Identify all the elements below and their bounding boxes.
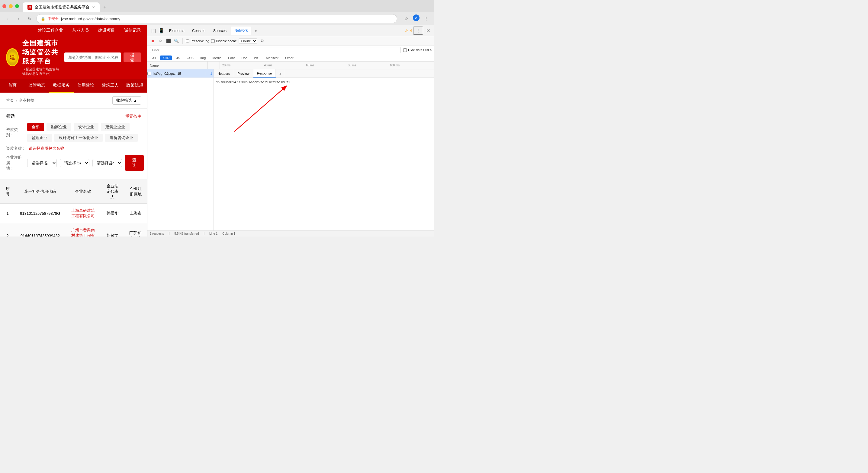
nav-item-home[interactable]: 首页: [0, 79, 25, 93]
detail-tab-preview[interactable]: Preview: [234, 69, 253, 77]
top-nav-item-personnel[interactable]: 从业人员: [72, 28, 89, 33]
filter-type-xhr[interactable]: XHR: [160, 56, 172, 60]
close-traffic-light[interactable]: [2, 4, 6, 8]
devtools-settings-btn[interactable]: ⋮: [413, 27, 423, 35]
filter-type-all[interactable]: All: [150, 56, 158, 60]
timeline-100ms: 100 ms: [390, 64, 432, 67]
breadcrumb-home[interactable]: 首页: [6, 98, 14, 103]
col-status-header: [208, 62, 220, 69]
top-nav-item-enterprise[interactable]: 建设工程企业: [38, 28, 63, 33]
top-nav-item-trust[interactable]: 诚信记录: [124, 28, 141, 33]
record-btn[interactable]: ⏺: [150, 38, 156, 44]
nav-item-credit[interactable]: 信用建设: [74, 79, 98, 93]
stop-btn[interactable]: ⊘: [158, 38, 164, 44]
filter-title: 筛选: [6, 113, 15, 119]
detail-content: 95780ba0943730051dccb5fe3918f9fe1b6f2...: [214, 78, 434, 231]
detail-tab-headers[interactable]: Headers: [214, 69, 234, 77]
top-nav-item-projects[interactable]: 建设项目: [98, 28, 115, 33]
network-status-bar: 1 requests | 5.5 KB transferred | Line 1…: [147, 231, 434, 236]
disable-cache-input[interactable]: [211, 39, 215, 43]
nav-item-supervision[interactable]: 监管动态: [25, 79, 49, 93]
reload-button[interactable]: ↻: [25, 14, 34, 23]
filter-option-survey[interactable]: 勘察企业: [46, 123, 71, 131]
filter-county-select[interactable]: 请选择县/: [92, 159, 122, 167]
network-toolbar: ⏺ ⊘ ⬛ 🔍 Preserve log Disable cache Onlin…: [147, 36, 434, 46]
filter-type-font[interactable]: Font: [226, 56, 237, 60]
nav-item-policy[interactable]: 政策法规: [123, 79, 147, 93]
search-area: 搜索: [64, 53, 141, 62]
back-button[interactable]: ‹: [4, 14, 12, 23]
search-input[interactable]: [64, 53, 121, 62]
filter-province-select[interactable]: 请选择省/: [27, 159, 57, 167]
network-filter-input[interactable]: [150, 47, 401, 53]
url-bar[interactable]: 🔒 不安全 jzsc.mohurd.gov.cn/data/company: [36, 14, 397, 23]
filter-option-cost[interactable]: 造价咨询企业: [105, 134, 138, 142]
preserve-log-checkbox[interactable]: Preserve log: [186, 39, 209, 43]
filter-type-media[interactable]: Media: [210, 56, 224, 60]
new-tab-button[interactable]: +: [101, 2, 109, 12]
minimize-traffic-light[interactable]: [9, 4, 13, 8]
filter-type-other[interactable]: Other: [283, 56, 296, 60]
filter-name-placeholder[interactable]: 请选择资质包含名称: [29, 146, 64, 151]
device-toolbar-btn[interactable]: 📱: [158, 27, 165, 34]
search-btn[interactable]: 🔍: [173, 38, 179, 44]
detail-tab-response[interactable]: Response: [253, 69, 276, 77]
filter-option-supervision[interactable]: 监理企业: [27, 134, 52, 142]
site-logo: 建: [6, 48, 19, 66]
devtools-tab-sources[interactable]: Sources: [210, 27, 230, 35]
devtools-tab-elements[interactable]: Elements: [165, 27, 188, 35]
detail-tab-more[interactable]: »: [276, 69, 285, 77]
search-button[interactable]: 搜索: [124, 53, 141, 62]
filter-type-img[interactable]: Img: [198, 56, 208, 60]
hide-data-urls-checkbox[interactable]: [403, 48, 407, 52]
devtools-tab-network[interactable]: Network: [231, 27, 251, 35]
filter-option-all[interactable]: 全部: [27, 123, 44, 131]
col-company: 企业名称: [65, 180, 101, 204]
devtools-tab-console[interactable]: Console: [188, 27, 209, 35]
fullscreen-traffic-light[interactable]: [15, 4, 19, 8]
network-settings-btn[interactable]: ⚙: [259, 38, 265, 44]
status-transferred: 5.5 KB transferred: [174, 232, 199, 235]
site-title: 全国建筑市场监管公共服务平台 （原全国建筑市场监管与诚信信息发布平台）: [22, 39, 60, 76]
tab-close-btn[interactable]: ✕: [92, 5, 95, 9]
more-button[interactable]: ⋮: [422, 14, 430, 23]
filter-option-construction[interactable]: 建筑业企业: [101, 123, 130, 131]
filter-city-select[interactable]: 请选择市/: [60, 159, 89, 167]
filter-option-design[interactable]: 设计企业: [74, 123, 98, 131]
nav-item-data[interactable]: 数据服务: [49, 79, 73, 93]
filter-name-row: 资质名称： 请选择资质包含名称: [6, 146, 141, 151]
filter-type-js[interactable]: JS: [174, 56, 182, 60]
filter-toggle-btn[interactable]: ⬛: [165, 38, 172, 44]
query-button[interactable]: 查询: [125, 155, 144, 171]
extensions-button[interactable]: A: [413, 14, 420, 21]
filter-toggle-button[interactable]: 收起筛选 ▲: [112, 96, 141, 105]
cell-company[interactable]: 广州市番禺南村建筑工程有限公司: [65, 223, 101, 237]
throttle-select[interactable]: Online: [239, 38, 257, 44]
active-tab[interactable]: 建 全国建筑市场监管公共服务平台 ✕: [23, 2, 100, 12]
cell-index: 1: [0, 204, 15, 223]
filter-reset-button[interactable]: 重置条件: [125, 114, 141, 119]
inspector-toggle-btn[interactable]: ⬚: [150, 27, 157, 34]
detail-tabs: Headers Preview Response »: [214, 69, 434, 78]
network-row-0[interactable]: list?pg=0&pgsz=15 1: [147, 69, 214, 78]
filter-type-manifest[interactable]: Manifest: [264, 56, 281, 60]
devtools-tabs: ⬚ 📱 Elements Console Sources Network » ⚠…: [147, 25, 434, 36]
breadcrumb-current: 企业数据: [19, 98, 34, 103]
bookmark-button[interactable]: ☆: [402, 14, 410, 23]
filter-option-integrated[interactable]: 设计与施工一体化企业: [54, 134, 103, 142]
main-layout: 建设工程企业 从业人员 建设项目 诚信记录 建 全国建筑市场监管公共服务平台: [0, 25, 434, 236]
disable-cache-checkbox[interactable]: Disable cache: [211, 39, 237, 43]
filter-type-css[interactable]: CSS: [184, 56, 196, 60]
row-checkbox-input[interactable]: [147, 72, 151, 75]
tab-title: 全国建筑市场监管公共服务平台: [35, 4, 90, 10]
request-status: 1: [205, 72, 214, 75]
preserve-log-input[interactable]: [186, 39, 189, 43]
hide-data-urls-label[interactable]: Hide data URLs: [403, 48, 432, 52]
forward-button[interactable]: ›: [14, 14, 23, 23]
devtools-more-tabs[interactable]: »: [252, 28, 259, 34]
nav-item-workers[interactable]: 建筑工人: [98, 79, 123, 93]
filter-type-ws[interactable]: WS: [252, 56, 262, 60]
filter-type-doc[interactable]: Doc: [239, 56, 250, 60]
devtools-close-btn[interactable]: ✕: [424, 27, 432, 34]
cell-company[interactable]: 上海卓研建筑工程有限公司: [65, 204, 101, 223]
